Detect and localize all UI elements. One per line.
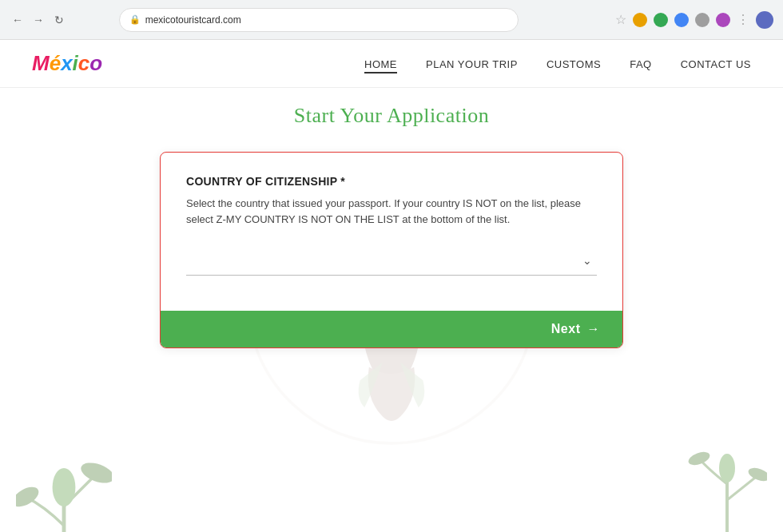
application-form-card: COUNTRY OF CITIZENSHIP * Select the coun… <box>160 152 623 348</box>
citizenship-field-label: COUNTRY OF CITIZENSHIP * <box>186 175 597 188</box>
extension-icon-4[interactable] <box>695 13 709 27</box>
logo-letter-m: M <box>32 51 50 75</box>
next-button[interactable]: Next → <box>551 322 600 336</box>
logo-letter-o: o <box>89 51 102 75</box>
nav-links: HOME PLAN YOUR TRIP CUSTOMS FAQ CONTACT … <box>364 57 751 71</box>
nav-contact-us[interactable]: CONTACT US <box>681 58 751 70</box>
profile-icon[interactable] <box>756 11 773 29</box>
extension-icon-2[interactable] <box>654 13 668 27</box>
svg-point-5 <box>78 459 112 486</box>
extension-icon-5[interactable] <box>716 13 730 27</box>
lock-icon: 🔒 <box>129 14 141 25</box>
browser-toolbar-right: ☆ ⋮ <box>615 11 773 29</box>
forward-button[interactable]: → <box>30 12 46 28</box>
plant-right-decoration <box>687 388 767 532</box>
url-text: mexicotouristcard.com <box>145 14 241 26</box>
logo[interactable]: México <box>32 51 102 76</box>
website-content: México HOME PLAN YOUR TRIP CUSTOMS FAQ C… <box>0 40 783 532</box>
main-content: Start Your Application COUNTRY OF CITIZE… <box>0 88 783 348</box>
svg-point-4 <box>16 483 42 511</box>
page-title: Start Your Application <box>294 104 489 128</box>
logo-letter-e: é <box>50 51 61 75</box>
star-icon[interactable]: ☆ <box>615 12 626 27</box>
nav-faq[interactable]: FAQ <box>630 58 652 70</box>
citizenship-field-description: Select the country that issued your pass… <box>186 196 597 227</box>
form-body: COUNTRY OF CITIZENSHIP * Select the coun… <box>161 153 622 311</box>
next-button-label: Next <box>551 322 581 336</box>
svg-point-10 <box>687 450 712 468</box>
reload-button[interactable]: ↻ <box>51 12 67 28</box>
country-of-citizenship-select[interactable]: United States Canada United Kingdom Aust… <box>186 246 597 268</box>
svg-point-11 <box>719 454 735 482</box>
plant-left-decoration <box>16 372 112 532</box>
svg-point-6 <box>53 468 76 506</box>
nav-home[interactable]: HOME <box>364 58 397 73</box>
extension-icon-3[interactable] <box>674 13 689 27</box>
extension-icon-1[interactable] <box>633 13 647 27</box>
back-button[interactable]: ← <box>10 12 26 28</box>
logo-letter-c: c <box>78 51 89 75</box>
menu-icon[interactable]: ⋮ <box>737 12 749 27</box>
navbar: México HOME PLAN YOUR TRIP CUSTOMS FAQ C… <box>0 40 783 88</box>
browser-nav-buttons[interactable]: ← → ↻ <box>10 12 67 28</box>
logo-letter-x: x <box>61 51 72 75</box>
form-footer: Next → <box>161 311 622 347</box>
next-arrow-icon: → <box>587 322 601 336</box>
nav-customs[interactable]: CUSTOMS <box>547 58 601 70</box>
address-bar[interactable]: 🔒 mexicotouristcard.com <box>119 8 519 32</box>
browser-chrome: ← → ↻ 🔒 mexicotouristcard.com ☆ ⋮ <box>0 0 783 40</box>
nav-plan-your-trip[interactable]: PLAN YOUR TRIP <box>426 58 518 70</box>
country-select-wrapper: United States Canada United Kingdom Aust… <box>186 246 597 276</box>
logo-letter-i: i <box>73 51 78 75</box>
